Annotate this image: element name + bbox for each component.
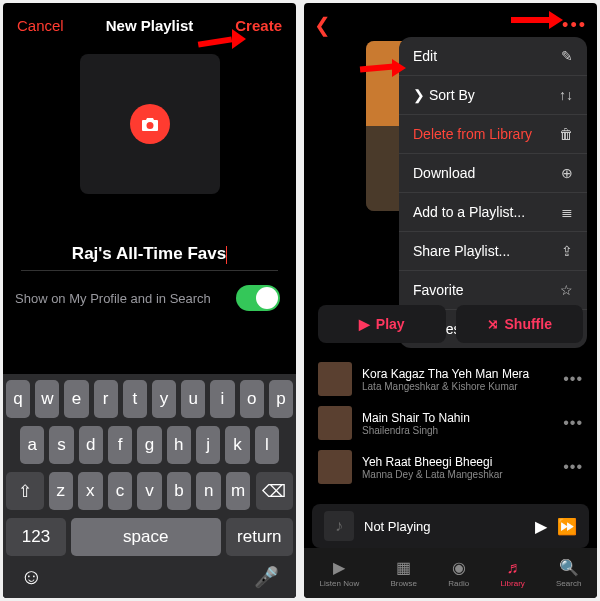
key-p[interactable]: p <box>269 380 293 418</box>
key-o[interactable]: o <box>240 380 264 418</box>
space-key[interactable]: space <box>71 518 221 556</box>
key-m[interactable]: m <box>226 472 251 510</box>
track-more-button[interactable]: ••• <box>563 458 583 476</box>
key-z[interactable]: z <box>49 472 74 510</box>
key-i[interactable]: i <box>210 380 234 418</box>
favorite-icon: ☆ <box>560 282 573 298</box>
track-thumb <box>318 362 352 396</box>
key-x[interactable]: x <box>78 472 103 510</box>
emoji-key[interactable]: ☺ <box>20 564 42 590</box>
tab-label: Browse <box>390 579 417 588</box>
play-icon: ▶ <box>359 316 370 332</box>
play-button[interactable]: ▶Play <box>318 305 446 343</box>
dictation-key[interactable]: 🎤 <box>254 565 279 589</box>
key-l[interactable]: l <box>255 426 279 464</box>
create-button[interactable]: Create <box>235 17 282 34</box>
playlist-name-input[interactable]: Raj's All-Time Favs <box>21 204 278 271</box>
context-menu: Edit✎❯ Sort By↑↓Delete from Library🗑Down… <box>399 37 587 348</box>
key-r[interactable]: r <box>94 380 118 418</box>
key-t[interactable]: t <box>123 380 147 418</box>
playlist-detail-screen: ❮ ••• Ra Edit✎❯ Sort By↑↓Delete from Lib… <box>304 3 597 598</box>
track-thumb <box>318 450 352 484</box>
browse-icon: ▦ <box>396 558 411 577</box>
key-v[interactable]: v <box>137 472 162 510</box>
cancel-button[interactable]: Cancel <box>17 17 64 34</box>
library-icon: ♬ <box>507 559 519 577</box>
track-row[interactable]: Main Shair To NahinShailendra Singh••• <box>304 401 597 445</box>
share-playlist--icon: ⇪ <box>561 243 573 259</box>
play-buttons-row: ▶Play ⤨Shuffle <box>304 305 597 343</box>
track-row[interactable]: Kora Kagaz Tha Yeh Man MeraLata Mangeshk… <box>304 357 597 401</box>
now-playing-thumb: ♪ <box>324 511 354 541</box>
show-on-profile-row: Show on My Profile and in Search <box>3 271 296 325</box>
key-f[interactable]: f <box>108 426 132 464</box>
now-playing-label: Not Playing <box>364 519 525 534</box>
key-q[interactable]: q <box>6 380 30 418</box>
key-u[interactable]: u <box>181 380 205 418</box>
tab-bar: ▶Listen Now▦Browse◉Radio♬Library🔍Search <box>304 548 597 598</box>
tab-listen-now[interactable]: ▶Listen Now <box>320 558 360 588</box>
delete-from-library-icon: 🗑 <box>559 126 573 142</box>
tab-library[interactable]: ♬Library <box>500 559 524 588</box>
menu-item-add-to-a-playlist-[interactable]: Add to a Playlist...≣ <box>399 193 587 232</box>
track-more-button[interactable]: ••• <box>563 414 583 432</box>
track-more-button[interactable]: ••• <box>563 370 583 388</box>
key-g[interactable]: g <box>137 426 161 464</box>
edit-icon: ✎ <box>561 48 573 64</box>
track-list: Kora Kagaz Tha Yeh Man MeraLata Mangeshk… <box>304 357 597 489</box>
camera-icon <box>130 104 170 144</box>
play-icon[interactable]: ▶ <box>535 517 547 536</box>
track-thumb <box>318 406 352 440</box>
radio-icon: ◉ <box>452 558 466 577</box>
forward-icon[interactable]: ⏩ <box>557 517 577 536</box>
key-k[interactable]: k <box>225 426 249 464</box>
key-y[interactable]: y <box>152 380 176 418</box>
header: Cancel New Playlist Create <box>3 3 296 44</box>
tab-browse[interactable]: ▦Browse <box>390 558 417 588</box>
tab-label: Listen Now <box>320 579 360 588</box>
track-name: Yeh Raat Bheegi Bheegi <box>362 455 553 469</box>
key-n[interactable]: n <box>196 472 221 510</box>
menu-item-edit[interactable]: Edit✎ <box>399 37 587 76</box>
track-name: Main Shair To Nahin <box>362 411 553 425</box>
more-button[interactable]: ••• <box>562 15 587 36</box>
key-b[interactable]: b <box>167 472 192 510</box>
show-on-profile-toggle[interactable] <box>236 285 280 311</box>
playlist-name-text: Raj's All-Time Favs <box>72 244 226 263</box>
search-icon: 🔍 <box>559 558 579 577</box>
shuffle-button[interactable]: ⤨Shuffle <box>456 305 584 343</box>
new-playlist-screen: Cancel New Playlist Create Raj's All-Tim… <box>3 3 296 598</box>
back-button[interactable]: ❮ <box>314 13 331 37</box>
key-h[interactable]: h <box>167 426 191 464</box>
key-s[interactable]: s <box>49 426 73 464</box>
track-artist: Lata Mangeshkar & Kishore Kumar <box>362 381 553 392</box>
header-title: New Playlist <box>106 17 194 34</box>
key-a[interactable]: a <box>20 426 44 464</box>
tab-radio[interactable]: ◉Radio <box>448 558 469 588</box>
track-row[interactable]: Yeh Raat Bheegi BheegiManna Dey & Lata M… <box>304 445 597 489</box>
backspace-key[interactable]: ⌫ <box>256 472 294 510</box>
numbers-key[interactable]: 123 <box>6 518 66 556</box>
now-playing-bar[interactable]: ♪ Not Playing ▶ ⏩ <box>312 504 589 548</box>
return-key[interactable]: return <box>226 518 293 556</box>
menu-item-share-playlist-[interactable]: Share Playlist...⇪ <box>399 232 587 271</box>
menu-item-download[interactable]: Download⊕ <box>399 154 587 193</box>
track-name: Kora Kagaz Tha Yeh Man Mera <box>362 367 553 381</box>
tab-search[interactable]: 🔍Search <box>556 558 581 588</box>
shift-key[interactable]: ⇧ <box>6 472 44 510</box>
text-caret <box>226 246 227 264</box>
key-e[interactable]: e <box>64 380 88 418</box>
menu-item-delete-from-library[interactable]: Delete from Library🗑 <box>399 115 587 154</box>
menu-item-sort-by[interactable]: ❯ Sort By↑↓ <box>399 76 587 115</box>
listen-now-icon: ▶ <box>333 558 345 577</box>
key-j[interactable]: j <box>196 426 220 464</box>
download-icon: ⊕ <box>561 165 573 181</box>
key-w[interactable]: w <box>35 380 59 418</box>
sort-by-icon: ↑↓ <box>559 87 573 103</box>
key-c[interactable]: c <box>108 472 133 510</box>
cover-art-placeholder[interactable] <box>80 54 220 194</box>
keyboard: qwertyuiop asdfghjkl ⇧ zxcvbnm ⌫ 123 spa… <box>3 374 296 598</box>
tab-label: Radio <box>448 579 469 588</box>
key-d[interactable]: d <box>79 426 103 464</box>
annotation-arrow-more <box>511 11 563 29</box>
